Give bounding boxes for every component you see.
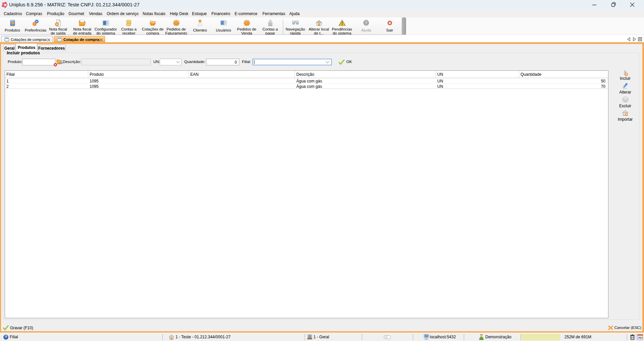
svg-text:?: ? [365,21,367,25]
svg-text:?: ? [5,335,7,339]
svg-text:$: $ [152,21,154,24]
